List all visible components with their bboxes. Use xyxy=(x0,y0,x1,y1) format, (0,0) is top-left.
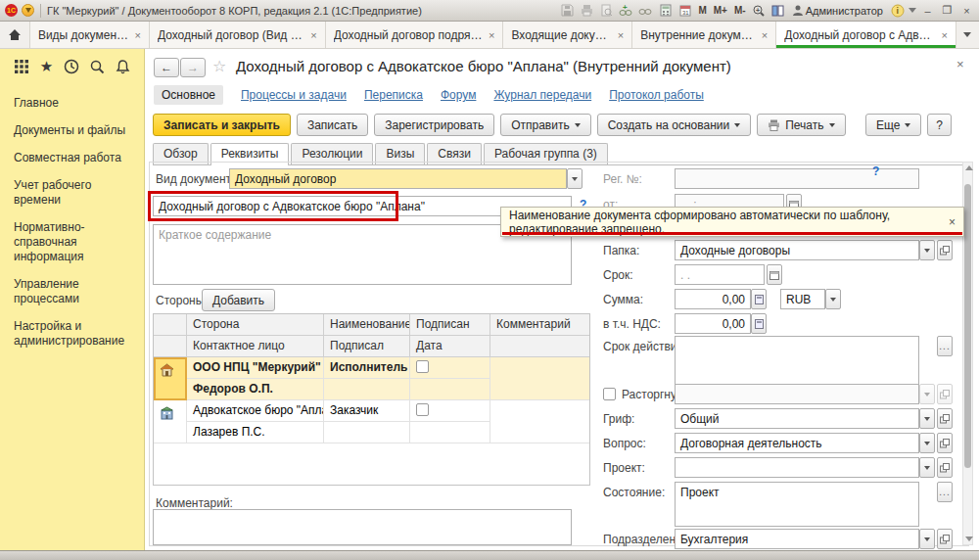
question-field[interactable]: Договорная деятельность xyxy=(675,433,919,453)
doc-kind-field[interactable]: Доходный договор xyxy=(229,168,567,189)
tab-incoming-documents[interactable]: Входящие документы × xyxy=(503,22,632,48)
split-view-icon[interactable] xyxy=(770,3,787,18)
tab-income-contract-kind[interactable]: Доходный договор (Вид внутренне... × xyxy=(150,22,326,48)
state-ellipsis-button[interactable]: ... xyxy=(937,482,953,502)
comment-cell[interactable] xyxy=(490,400,589,443)
menu-grid-icon[interactable] xyxy=(14,59,29,74)
currency-field[interactable]: RUB xyxy=(780,289,825,309)
memory-plus-button[interactable]: M+ xyxy=(712,5,729,16)
tab-requisites[interactable]: Реквизиты xyxy=(210,143,290,165)
add-party-button[interactable]: Добавить xyxy=(202,289,275,311)
nav-main[interactable]: Основное xyxy=(154,85,223,105)
grif-dropdown-button[interactable] xyxy=(919,408,935,429)
tab-resolutions[interactable]: Резолюции xyxy=(291,143,373,164)
signed-checkbox[interactable] xyxy=(416,360,429,373)
due-date-calendar-button[interactable] xyxy=(767,264,782,285)
signer-cell[interactable] xyxy=(324,379,410,400)
save-button[interactable]: Записать xyxy=(297,114,368,136)
reg-no-field[interactable] xyxy=(675,168,919,189)
department-dropdown-button[interactable] xyxy=(919,529,935,549)
validity-ellipsis-button[interactable]: ... xyxy=(937,336,953,356)
more-button[interactable]: Еще xyxy=(865,114,921,136)
back-button[interactable]: ← xyxy=(154,58,179,77)
comment-cell[interactable] xyxy=(490,357,589,400)
calendar-icon[interactable]: 31 xyxy=(676,3,693,18)
nav-work-protocol[interactable]: Протокол работы xyxy=(609,88,704,102)
tab-visas[interactable]: Визы xyxy=(375,143,425,164)
tab-close-icon[interactable]: × xyxy=(618,29,624,41)
calculator-icon[interactable] xyxy=(657,3,674,18)
memory-button[interactable]: M xyxy=(696,5,708,16)
close-form-icon[interactable]: × xyxy=(956,57,964,71)
tab-overview[interactable]: Обзор xyxy=(153,143,209,164)
tab-close-icon[interactable]: × xyxy=(762,29,768,41)
scroll-up-icon[interactable] xyxy=(965,165,973,170)
signed-cell[interactable] xyxy=(410,400,490,422)
nav-forum[interactable]: Форум xyxy=(441,88,476,102)
table-row[interactable]: ООО НПЦ "Меркурий" Исполнитель Федоров О… xyxy=(154,357,589,400)
favorite-star-icon[interactable]: ☆ xyxy=(212,57,226,75)
sidebar-item-documents-files[interactable]: Документы и файлы xyxy=(14,123,131,138)
date-cell[interactable] xyxy=(410,422,490,443)
doc-kind-dropdown-button[interactable] xyxy=(567,168,583,189)
tooltip-close-icon[interactable]: × xyxy=(941,215,956,229)
scrollbar-thumb[interactable] xyxy=(964,184,971,468)
comment-textarea[interactable] xyxy=(153,509,572,545)
tab-working-group[interactable]: Рабочая группа (3) xyxy=(484,143,608,164)
our-organization-icon[interactable] xyxy=(154,357,187,400)
amount-calc-button[interactable] xyxy=(751,289,767,309)
info-dropdown-icon[interactable] xyxy=(909,8,916,13)
add-link-icon[interactable]: + xyxy=(618,3,634,18)
terminated-open-button[interactable] xyxy=(937,384,953,404)
memory-minus-button[interactable]: M- xyxy=(732,5,748,16)
sidebar-item-collaboration[interactable]: Совместная работа xyxy=(14,151,131,165)
due-date-field[interactable]: . . xyxy=(675,264,765,285)
table-row[interactable]: Адвокатское бюро "Аплана" Заказчик Лазар… xyxy=(154,400,589,443)
register-button[interactable]: Зарегистрировать xyxy=(374,114,494,136)
nav-transfer-log[interactable]: Журнал передачи xyxy=(493,88,591,102)
signer-cell[interactable] xyxy=(324,422,410,443)
state-textarea[interactable]: Проект xyxy=(675,482,919,527)
sidebar-item-time-tracking[interactable]: Учет рабочего времени xyxy=(14,178,131,208)
party-cell[interactable]: ООО НПЦ "Меркурий" xyxy=(187,357,324,379)
tab-document-kinds[interactable]: Виды документов × xyxy=(30,22,150,48)
reg-no-help-link[interactable]: ? xyxy=(872,164,879,178)
tab-close-icon[interactable]: × xyxy=(310,29,316,41)
zoom-icon[interactable]: + xyxy=(751,3,768,18)
sidebar-item-settings-administration[interactable]: Настройка и администрирование xyxy=(14,319,131,349)
search-icon[interactable] xyxy=(89,59,105,74)
grif-field[interactable]: Общий xyxy=(675,408,919,429)
department-open-button[interactable] xyxy=(937,529,953,549)
signed-checkbox[interactable] xyxy=(416,403,429,416)
tab-income-contract-document[interactable]: Доходный договор с Адвокатское б... × xyxy=(776,22,956,48)
question-dropdown-button[interactable] xyxy=(919,433,935,453)
favorites-star-icon[interactable]: ★ xyxy=(40,59,53,74)
counterparty-icon[interactable] xyxy=(154,400,187,443)
scroll-down-icon[interactable] xyxy=(965,537,973,541)
terminated-dropdown-button[interactable] xyxy=(919,384,935,404)
tab-links[interactable]: Связи xyxy=(427,143,482,164)
tab-close-icon[interactable]: × xyxy=(489,29,494,41)
role-cell[interactable]: Заказчик xyxy=(324,400,410,422)
currency-dropdown-button[interactable] xyxy=(825,289,841,309)
sidebar-item-process-management[interactable]: Управление процессами xyxy=(14,277,131,306)
tab-internal-documents[interactable]: Внутренние документы × xyxy=(632,22,776,48)
create-based-on-button[interactable]: Создать на основании xyxy=(597,114,752,136)
contact-cell[interactable]: Лазарев П.С. xyxy=(187,422,324,443)
tab-close-icon[interactable]: × xyxy=(134,29,140,41)
grif-open-button[interactable] xyxy=(937,408,953,429)
date-cell[interactable] xyxy=(410,379,490,400)
nav-correspondence[interactable]: Переписка xyxy=(364,88,423,102)
project-dropdown-button[interactable] xyxy=(919,457,935,478)
send-button[interactable]: Отправить xyxy=(500,114,591,136)
project-open-button[interactable] xyxy=(937,457,953,478)
help-button[interactable]: ? xyxy=(927,114,952,136)
current-user[interactable]: Администратор xyxy=(790,5,886,17)
role-cell[interactable]: Исполнитель xyxy=(324,357,410,379)
nav-processes-tasks[interactable]: Процессы и задачи xyxy=(241,88,347,102)
print-button[interactable]: Печать xyxy=(757,114,845,136)
tab-close-icon[interactable]: × xyxy=(941,29,947,41)
contact-cell[interactable]: Федоров О.П. xyxy=(187,379,324,400)
info-icon[interactable]: i xyxy=(889,3,906,18)
party-cell[interactable]: Адвокатское бюро "Аплана" xyxy=(187,400,324,422)
